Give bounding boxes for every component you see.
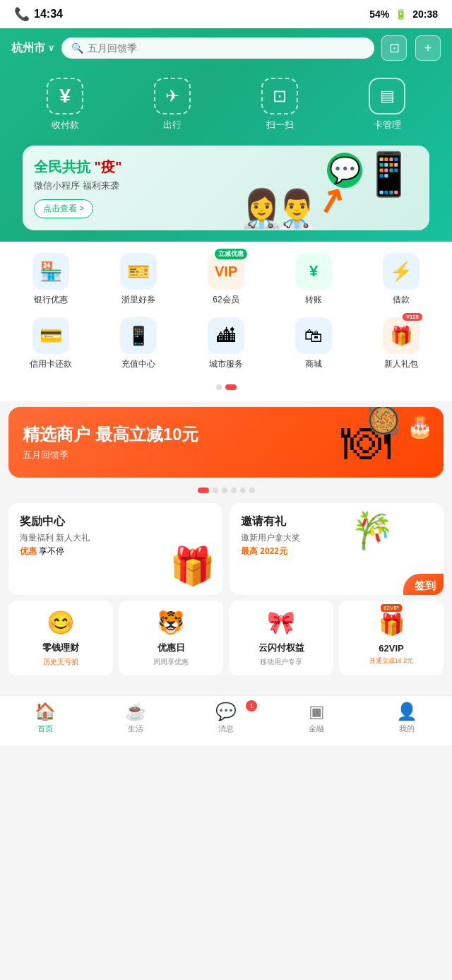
banner-dots	[0, 483, 452, 497]
home-label: 首页	[37, 724, 53, 734]
promo-text: 精选商户 最高立减10元 五月回馈季	[23, 423, 429, 461]
small-cards: 😊 零钱理财 历史无亏损 🐯 优惠日 周周享优惠 🎀 云闪付权益 移动用户专享 …	[8, 601, 444, 675]
promo-main: 精选商户 最高立减10元	[23, 423, 429, 446]
main-banner-area: 全民共抗 "疫" 微信小程序 福利来袭 点击查看 > 📱 💬 👨‍⚕️ 👩‍⚕️…	[11, 134, 441, 230]
card-icon-wrap: ▤	[369, 78, 405, 114]
recharge-icon-wrap: 📱	[120, 317, 157, 354]
promo-sub: 五月回馈季	[23, 449, 429, 461]
banner-btn[interactable]: 点击查看 >	[34, 199, 93, 218]
newbie-icon-wrap: ¥128 🎁	[383, 317, 420, 354]
yunshan-title: 云闪付权益	[258, 642, 304, 654]
promo-banner[interactable]: 精选商户 最高立减10元 五月回馈季 🍽 🥘 🎂	[8, 407, 444, 478]
vip62-icon: 🎁 62VIP	[379, 611, 405, 637]
coupon-icon: 🎫	[127, 261, 150, 283]
header: 杭州市 ∨ 🔍 ⊡ + ¥ 收付款 ✈ 出行 ⊡	[0, 28, 452, 242]
dot-2	[225, 384, 237, 390]
banner-text: 全民共抗 "疫" 微信小程序 福利来袭 点击查看 >	[34, 158, 418, 218]
vip-label: 62会员	[213, 294, 239, 306]
mine-label: 我的	[399, 724, 415, 734]
signin-button[interactable]: 签到	[403, 574, 444, 595]
city-name: 杭州市	[11, 41, 45, 56]
vip-icon-wrap: 立减优惠 VIP	[208, 253, 244, 290]
money-sub: 历史无亏损	[43, 657, 78, 667]
city-selector[interactable]: 杭州市 ∨	[11, 41, 54, 56]
menu-bank-discount[interactable]: 🏪 银行优惠	[7, 253, 95, 306]
menu-city-service[interactable]: 🏙 城市服务	[182, 317, 270, 370]
credit-icon-wrap: 💳	[32, 317, 69, 354]
coupon-icon-wrap: 🎫	[120, 253, 157, 290]
invite-icon: 🎋	[350, 510, 394, 551]
mall-icon: 🛍	[304, 325, 323, 347]
yunshan-sub: 移动用户专享	[260, 657, 302, 667]
vip-badge: 立减优惠	[215, 249, 247, 259]
quick-action-scan[interactable]: ⊡ 扫一扫	[261, 78, 298, 131]
status-time: 14:34	[34, 8, 63, 20]
city-label: 城市服务	[209, 358, 243, 370]
life-icon: ☕	[125, 702, 146, 721]
invite-card[interactable]: 邀请有礼 邀新用户拿大奖 最高 2022元 🎋 签到	[230, 503, 444, 595]
status-right: 54% 🔋 20:38	[369, 8, 438, 20]
scan-button[interactable]: ⊡	[381, 35, 407, 61]
message-label: 消息	[218, 724, 234, 734]
menu-zhejiang-coupon[interactable]: 🎫 浙里好券	[95, 253, 182, 306]
menu-vip62[interactable]: 立减优惠 VIP 62会员	[182, 253, 270, 306]
bdot-3	[222, 488, 227, 493]
search-icon: 🔍	[71, 42, 83, 54]
receive-icon: ¥	[59, 85, 71, 107]
reward-card[interactable]: 奖励中心 海量福利 新人大礼 优惠 享不停 🎁	[8, 503, 222, 595]
transfer-icon: ¥	[309, 262, 318, 281]
invite-title: 邀请有礼	[241, 514, 432, 529]
scan-icon: ⊡	[273, 86, 287, 106]
quick-actions: ¥ 收付款 ✈ 出行 ⊡ 扫一扫 ▤ 卡管理	[11, 71, 441, 134]
loan-icon-wrap: ⚡	[383, 253, 420, 290]
quick-action-receive[interactable]: ¥ 收付款	[47, 78, 83, 131]
nav-message[interactable]: 💬 1 消息	[181, 702, 271, 734]
bottom-nav: 🏠 首页 ☕ 生活 💬 1 消息 ▣ 金融 👤 我的	[0, 695, 452, 745]
home-icon: 🏠	[35, 702, 56, 721]
cards-section: 奖励中心 海量福利 新人大礼 优惠 享不停 🎁 邀请有礼 邀新用户拿大奖 最高 …	[8, 503, 444, 595]
card-label: 卡管理	[374, 119, 401, 131]
menu-transfer[interactable]: ¥ 转账	[270, 253, 357, 306]
menu-mall[interactable]: 🛍 商城	[270, 317, 357, 370]
menu-row-1: 🏪 银行优惠 🎫 浙里好券 立减优惠 VIP 62会员 ¥ 转账 ⚡	[7, 253, 445, 306]
coupon-label: 浙里好券	[121, 294, 155, 306]
add-button[interactable]: +	[415, 35, 441, 61]
discount-title: 优惠日	[157, 642, 185, 654]
money-icon: 😊	[47, 609, 75, 636]
menu-recharge[interactable]: 📱 充值中心	[95, 317, 182, 370]
gift-icon: 🎁	[170, 545, 215, 588]
main-banner[interactable]: 全民共抗 "疫" 微信小程序 福利来袭 点击查看 > 📱 💬 👨‍⚕️ 👩‍⚕️…	[23, 146, 429, 230]
chevron-down-icon: ∨	[48, 43, 54, 53]
small-card-yunshan[interactable]: 🎀 云闪付权益 移动用户专享	[229, 601, 333, 675]
reward-highlight-text: 优惠	[20, 546, 37, 556]
quick-action-travel[interactable]: ✈ 出行	[154, 78, 191, 131]
search-input[interactable]	[88, 42, 364, 54]
banner-title: 全民共抗 "疫"	[34, 158, 418, 177]
newbie-icon: 🎁	[390, 325, 412, 347]
travel-icon: ✈	[165, 86, 179, 106]
small-card-vip[interactable]: 🎁 62VIP 62VIP 开通立减16.2元	[339, 601, 444, 675]
nav-life[interactable]: ☕ 生活	[90, 702, 181, 734]
nav-finance[interactable]: ▣ 金融	[271, 702, 362, 734]
battery-level: 54%	[369, 8, 389, 20]
bdot-6	[249, 488, 255, 493]
bdot-4	[231, 488, 237, 493]
menu-newbie[interactable]: ¥128 🎁 新人礼包	[357, 317, 445, 370]
city-icon-wrap: 🏙	[208, 317, 244, 354]
newbie-badge: ¥128	[403, 313, 422, 321]
finance-label: 金融	[309, 724, 324, 734]
menu-loan[interactable]: ⚡ 借款	[357, 253, 445, 306]
search-bar[interactable]: 🔍	[61, 37, 374, 59]
life-label: 生活	[128, 724, 143, 734]
menu-credit-repay[interactable]: 💳 信用卡还款	[7, 317, 95, 370]
nav-home[interactable]: 🏠 首页	[0, 702, 90, 734]
small-card-money[interactable]: 😊 零钱理财 历史无亏损	[8, 601, 113, 675]
bank-icon: 🏪	[40, 261, 62, 283]
menu-row-2: 💳 信用卡还款 📱 充值中心 🏙 城市服务 🛍 商城 ¥128 🎁	[7, 317, 445, 370]
quick-action-card[interactable]: ▤ 卡管理	[369, 78, 405, 131]
nav-mine[interactable]: 👤 我的	[362, 702, 452, 734]
recharge-label: 充值中心	[121, 358, 155, 370]
reward-desc: 海量福利 新人大礼	[20, 532, 211, 544]
card-icon: ▤	[380, 87, 395, 105]
small-card-discount[interactable]: 🐯 优惠日 周周享优惠	[119, 601, 223, 675]
